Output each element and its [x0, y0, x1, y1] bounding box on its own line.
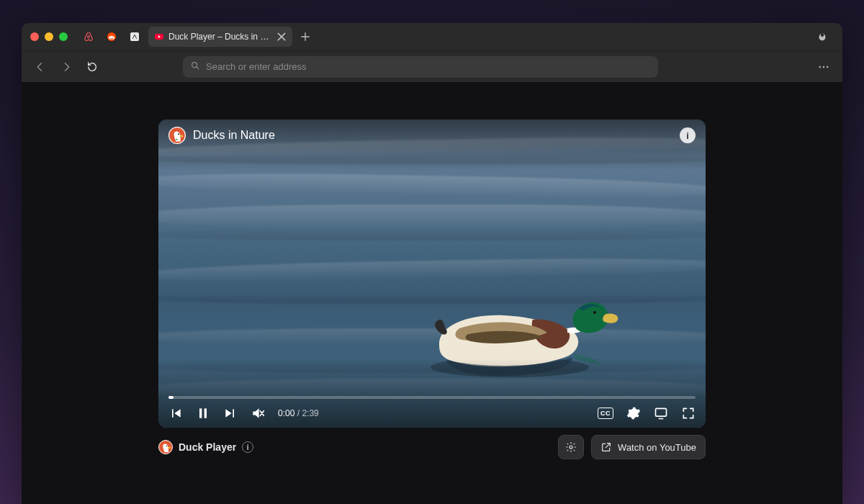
video-info-button[interactable]: i [680, 127, 696, 143]
close-tab-button[interactable] [276, 32, 287, 42]
svg-point-9 [823, 66, 824, 67]
pause-button[interactable] [196, 406, 210, 420]
player-footer: Duck Player i Watch on YouTube [158, 435, 706, 459]
page-content: Ducks in Nature i [22, 82, 842, 504]
svg-point-22 [570, 446, 572, 449]
new-tab-button[interactable] [295, 27, 315, 47]
player-info-button[interactable]: i [242, 441, 253, 453]
video-header: Ducks in Nature i [168, 127, 696, 144]
duration: 2:39 [302, 408, 318, 418]
pinned-tabs [78, 27, 145, 47]
video-player[interactable]: Ducks in Nature i [158, 120, 706, 428]
mute-button[interactable] [251, 406, 265, 420]
svg-rect-16 [199, 408, 202, 418]
toolbar: Search or enter address [22, 50, 842, 82]
progress-bar[interactable] [168, 396, 696, 399]
svg-point-4 [112, 37, 113, 37]
pinned-tab-generic[interactable] [124, 27, 145, 47]
previous-button[interactable] [168, 406, 183, 420]
player-settings-button[interactable] [558, 435, 584, 459]
watch-on-youtube-button[interactable]: Watch on YouTube [591, 435, 706, 459]
minimize-window-button[interactable] [45, 32, 53, 41]
player-name: Duck Player [179, 441, 236, 453]
tab-label: Duck Player – Ducks in Nature [168, 32, 272, 42]
next-button[interactable] [223, 406, 238, 420]
browser-window: Duck Player – Ducks in Nature Search o [22, 23, 842, 504]
window-controls [30, 32, 68, 41]
video-title: Ducks in Nature [193, 129, 275, 142]
tab-strip: Duck Player – Ducks in Nature [22, 23, 842, 50]
duckduckgo-icon [158, 440, 173, 454]
youtube-icon [154, 32, 164, 42]
close-window-button[interactable] [30, 32, 39, 41]
cast-button[interactable] [654, 406, 668, 420]
video-controls: 0:00 / 2:39 CC [168, 396, 696, 420]
settings-button[interactable] [626, 406, 641, 420]
time-display: 0:00 / 2:39 [278, 408, 319, 418]
reload-button[interactable] [82, 57, 102, 77]
back-button[interactable] [30, 57, 50, 77]
address-placeholder: Search or enter address [206, 61, 306, 72]
svg-rect-17 [204, 408, 207, 418]
svg-rect-5 [130, 32, 139, 41]
captions-button[interactable]: CC [598, 408, 613, 419]
duckduckgo-icon [168, 127, 186, 144]
duck-player: Ducks in Nature i [158, 120, 706, 459]
pinned-tab-airbnb[interactable] [78, 27, 99, 47]
overflow-menu-button[interactable] [814, 57, 834, 77]
player-brand: Duck Player i [158, 440, 253, 454]
svg-point-21 [166, 446, 168, 447]
fire-button[interactable] [812, 27, 832, 47]
svg-point-15 [178, 133, 179, 135]
svg-point-0 [88, 36, 90, 38]
zoom-window-button[interactable] [59, 32, 68, 41]
forward-button[interactable] [56, 57, 76, 77]
svg-point-10 [827, 66, 828, 67]
fullscreen-button[interactable] [681, 406, 696, 420]
pinned-tab-reddit[interactable] [101, 27, 122, 47]
svg-point-12 [593, 311, 596, 314]
svg-point-8 [819, 66, 821, 67]
address-bar[interactable]: Search or enter address [183, 56, 658, 78]
tab-active[interactable]: Duck Player – Ducks in Nature [148, 27, 292, 47]
watch-on-youtube-label: Watch on YouTube [618, 442, 696, 453]
current-time: 0:00 [278, 408, 294, 418]
svg-rect-18 [656, 408, 667, 416]
svg-point-3 [110, 37, 111, 37]
search-icon [190, 60, 200, 73]
